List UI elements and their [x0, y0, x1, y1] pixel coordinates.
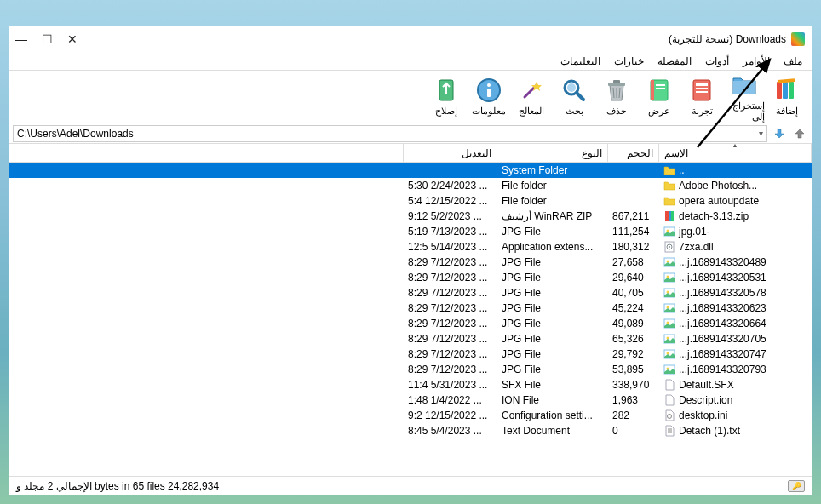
file-modified: 12:5 5/14/2023 ...: [403, 241, 497, 253]
file-row[interactable]: Detach (1).txt0Text Document8:45 5/4/202…: [9, 423, 812, 438]
file-icon: [663, 394, 675, 406]
file-row[interactable]: ...j.168914332053129,640JPG File8:29 7/1…: [9, 270, 812, 285]
titlebar: Downloads (نسخة للتجربة) — ☐ ✕: [9, 26, 812, 52]
file-row[interactable]: detach-3.13.zip867,211أرشيف WinRAR ZIP9:…: [9, 209, 812, 224]
file-size: 180,312: [607, 241, 658, 253]
menu-5[interactable]: التعليمات: [554, 54, 606, 69]
file-row[interactable]: desktop.ini282Configuration setti...9:2 …: [9, 408, 812, 423]
svg-rect-8: [696, 91, 708, 93]
tool-add[interactable]: إضافة: [766, 72, 808, 122]
jpg-icon: [663, 302, 675, 314]
file-row[interactable]: opera autoupdateFile folder5:4 12/15/202…: [9, 193, 812, 209]
file-modified: 8:29 7/12/2023 ...: [403, 302, 497, 314]
down-arrow-icon[interactable]: [771, 125, 788, 142]
column-type[interactable]: النوع: [497, 144, 607, 162]
menu-4[interactable]: خيارات: [608, 54, 650, 69]
pathbar: C:\Users\Adel\Downloads ▾: [9, 123, 812, 144]
tool-label: إصلاح: [435, 106, 457, 117]
ini-icon: [663, 410, 675, 421]
file-type: File folder: [497, 180, 607, 192]
folder-icon: [663, 180, 675, 192]
file-name: ...j.1689143320623: [679, 302, 807, 314]
svg-point-33: [669, 246, 670, 248]
minimize-button[interactable]: —: [16, 34, 26, 44]
list-body[interactable]: ..System FolderAdobe Photosh...File fold…: [9, 163, 812, 476]
file-type: JPG File: [497, 318, 607, 329]
close-button[interactable]: ✕: [67, 34, 78, 44]
tool-wizard[interactable]: المعالج: [510, 72, 553, 122]
find-icon: [560, 77, 588, 104]
path-dropdown-icon[interactable]: ▾: [759, 129, 763, 138]
toolbar: إضافةإستخراج إلىتجربةعرضحذفبحثالمعالجمعل…: [9, 71, 812, 123]
menu-2[interactable]: أدوات: [699, 54, 735, 69]
file-modified: 5:19 7/13/2023 ...: [403, 226, 497, 238]
repair-icon: [433, 77, 460, 104]
file-modified: 8:29 7/12/2023 ...: [403, 287, 497, 299]
file-type: JPG File: [497, 256, 607, 268]
statusbar: 🔑 الإجمالي 2 مجلد و bytes in 65 files 24…: [9, 476, 812, 495]
file-row[interactable]: ...j.168914332070565,326JPG File8:29 7/1…: [9, 331, 812, 346]
svg-point-23: [487, 83, 491, 87]
file-name: detach-3.13.zip: [679, 210, 807, 222]
file-row[interactable]: 7zxa.dll180,312Application extens...12:5…: [9, 239, 812, 255]
file-type: Text Document: [497, 425, 607, 437]
file-name: jpg.01-: [679, 226, 807, 238]
tool-delete[interactable]: حذف: [595, 72, 638, 122]
jpg-icon: [663, 348, 675, 360]
up-button[interactable]: [791, 125, 808, 142]
file-modified: 1:48 1/4/2022 ...: [403, 394, 497, 406]
file-type: JPG File: [497, 348, 607, 360]
tool-label: تجربة: [692, 106, 713, 117]
file-row[interactable]: jpg.01-111,254JPG File5:19 7/13/2023 ...: [9, 224, 812, 239]
tool-repair[interactable]: إصلاح: [425, 72, 468, 122]
file-type: JPG File: [497, 226, 607, 238]
tool-extract[interactable]: إستخراج إلى: [723, 72, 766, 122]
sort-indicator-icon: ▲: [732, 144, 738, 148]
column-modified[interactable]: التعديل: [403, 144, 497, 162]
tool-label: إستخراج إلى: [724, 100, 765, 123]
file-type: JPG File: [497, 302, 607, 314]
file-size: 29,640: [607, 272, 658, 284]
maximize-button[interactable]: ☐: [42, 34, 52, 44]
file-type: JPG File: [497, 333, 607, 345]
menu-0[interactable]: ملف: [778, 54, 808, 69]
file-name: 7zxa.dll: [679, 241, 807, 253]
file-type: File folder: [497, 195, 607, 207]
file-size: 53,895: [607, 364, 658, 375]
jpg-icon: [663, 272, 675, 284]
file-type: System Folder: [497, 164, 607, 176]
menu-3[interactable]: المفضلة: [652, 54, 698, 69]
svg-rect-28: [671, 211, 674, 221]
menu-1[interactable]: الأوامر: [737, 54, 776, 69]
tool-info[interactable]: معلومات: [468, 72, 510, 122]
status-text: الإجمالي 2 مجلد و bytes in 65 files 24,2…: [16, 480, 219, 492]
file-type: أرشيف WinRAR ZIP: [497, 210, 607, 222]
file-row[interactable]: ...j.168914332062345,224JPG File8:29 7/1…: [9, 301, 812, 316]
tool-test[interactable]: تجربة: [680, 72, 723, 122]
file-type: Configuration setti...: [497, 410, 607, 421]
file-row[interactable]: ...j.168914332057840,705JPG File8:29 7/1…: [9, 285, 812, 301]
file-row[interactable]: ..System Folder: [9, 163, 812, 178]
tool-find[interactable]: بحث: [553, 72, 595, 122]
file-row[interactable]: ...j.168914332066449,089JPG File8:29 7/1…: [9, 316, 812, 331]
file-size: 111,254: [607, 226, 658, 238]
file-row[interactable]: Default.SFX338,970SFX File11:4 5/31/2023…: [9, 377, 812, 392]
extract-icon: [731, 72, 758, 99]
file-type: JPG File: [497, 272, 607, 284]
file-modified: 8:29 7/12/2023 ...: [403, 333, 497, 345]
path-input[interactable]: C:\Users\Adel\Downloads ▾: [13, 125, 767, 142]
column-name[interactable]: ▲ الاسم: [658, 144, 812, 162]
file-name: ...j.1689143320578: [679, 287, 807, 299]
file-type: Application extens...: [497, 241, 607, 253]
tool-view[interactable]: عرض: [638, 72, 680, 122]
file-row[interactable]: ...j.168914332048927,658JPG File8:29 7/1…: [9, 255, 812, 270]
file-row[interactable]: Descript.ion1,963ION File1:48 1/4/2022 .…: [9, 392, 812, 408]
file-row[interactable]: ...j.168914332074729,792JPG File8:29 7/1…: [9, 346, 812, 362]
file-row[interactable]: ...j.168914332079353,895JPG File8:29 7/1…: [9, 362, 812, 377]
file-row[interactable]: Adobe Photosh...File folder5:30 2/24/202…: [9, 178, 812, 193]
column-size[interactable]: الحجم: [607, 144, 658, 162]
file-name: ...j.1689143320664: [679, 318, 807, 329]
file-modified: 8:29 7/12/2023 ...: [403, 364, 497, 375]
app-icon: [791, 32, 805, 46]
file-type: SFX File: [497, 379, 607, 391]
